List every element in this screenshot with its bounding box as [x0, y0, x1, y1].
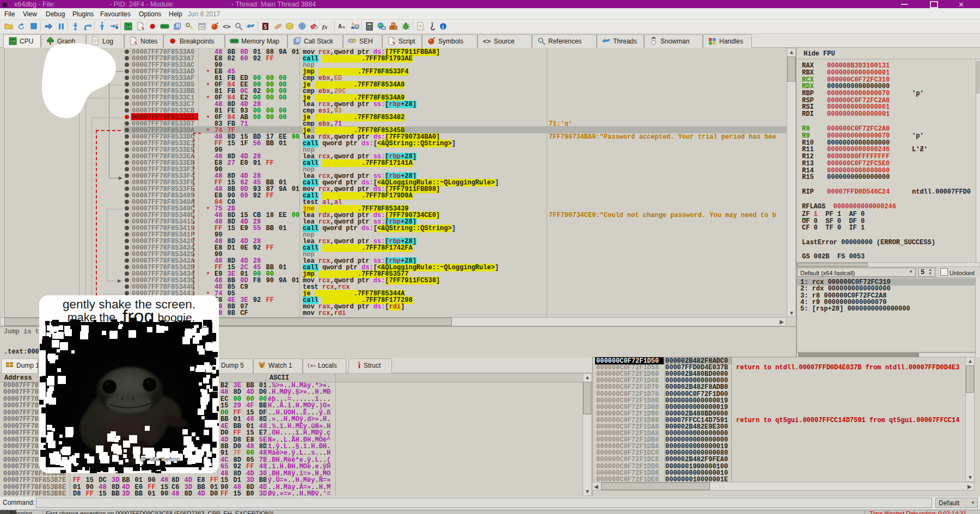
svg-text:<>: <> [200, 25, 205, 29]
svg-text:14: 14 [11, 39, 15, 43]
svg-text:fx: fx [322, 23, 328, 30]
svg-text:a: a [342, 24, 345, 29]
svg-text:14: 14 [126, 24, 131, 28]
svg-text:i: i [442, 24, 444, 30]
svg-text:@milliethefrog: @milliethefrog [140, 456, 180, 462]
svg-text:<>: <> [223, 23, 230, 30]
svg-text:<>: <> [483, 38, 491, 45]
svg-text:[x=]: [x=] [307, 363, 316, 368]
svg-text:?: ? [419, 24, 422, 29]
svg-text:S: S [264, 24, 267, 30]
svg-text:A: A [338, 23, 342, 29]
